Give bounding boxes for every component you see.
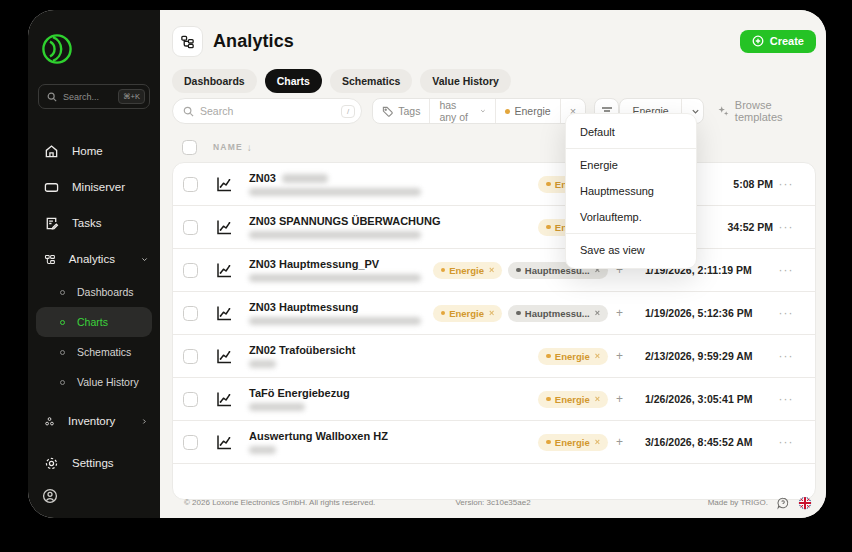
row-checkbox[interactable] bbox=[183, 349, 198, 364]
add-tag-button[interactable]: + bbox=[616, 392, 623, 406]
tags-operator-value: has any of bbox=[439, 99, 474, 123]
sidebar-item-label: Charts bbox=[77, 316, 108, 328]
sort-descending-icon[interactable]: ↓ bbox=[247, 142, 252, 153]
menu-item-vorlauftemp[interactable]: Vorlauftemp. bbox=[566, 204, 696, 230]
add-tag-button[interactable]: + bbox=[616, 349, 623, 363]
tag-pill-energie[interactable]: Energie× bbox=[538, 434, 608, 451]
sidebar-item-value-history[interactable]: Value History bbox=[36, 367, 152, 397]
chevron-right-icon bbox=[141, 417, 148, 426]
row-checkbox[interactable] bbox=[183, 306, 198, 321]
row-more-button[interactable]: ··· bbox=[773, 435, 799, 449]
row-checkbox[interactable] bbox=[183, 220, 198, 235]
sidebar-item-label: Value History bbox=[77, 376, 139, 388]
sidebar-search-input[interactable]: Search... ⌘+K bbox=[38, 84, 150, 109]
sidebar-item-label: Tasks bbox=[72, 217, 101, 229]
tag-pill-energie[interactable]: Energie× bbox=[538, 391, 608, 408]
table-row[interactable]: ZN03 Hauptmessung Energie×Hauptmessu...×… bbox=[173, 292, 815, 335]
tags-filter-field[interactable]: Tags bbox=[373, 99, 430, 123]
search-input[interactable] bbox=[200, 105, 335, 117]
select-all-checkbox[interactable] bbox=[182, 140, 197, 155]
tab-schematics[interactable]: Schematics bbox=[330, 69, 412, 93]
table-row[interactable]: ZN02 Trafoübersicht Energie×+ 2/13/2026,… bbox=[173, 335, 815, 378]
row-title: ZN03 Hauptmessung_PV bbox=[249, 258, 379, 270]
menu-item-save-as-view[interactable]: Save as view bbox=[566, 237, 696, 263]
row-more-button[interactable]: ··· bbox=[773, 220, 799, 234]
line-chart-icon bbox=[214, 174, 234, 194]
sidebar-item-charts[interactable]: Charts bbox=[36, 307, 152, 337]
row-more-button[interactable]: ··· bbox=[773, 306, 799, 320]
remove-tag-icon[interactable]: × bbox=[595, 351, 600, 361]
row-modified-date: 1/19/2026, 5:12:36 PM bbox=[623, 307, 773, 319]
sidebar-item-analytics[interactable]: Analytics bbox=[28, 241, 160, 277]
row-tags: Energie×+ bbox=[538, 348, 623, 365]
view-dropdown-menu: DefaultEnergieHauptmessungVorlauftemp.Sa… bbox=[565, 113, 697, 269]
remove-tag-icon[interactable]: × bbox=[489, 308, 494, 318]
table-row[interactable]: TaFö Energiebezug Energie×+ 1/26/2026, 3… bbox=[173, 378, 815, 421]
sidebar-item-dashboards[interactable]: Dashboards bbox=[36, 277, 152, 307]
remove-tag-icon[interactable]: × bbox=[595, 308, 600, 318]
help-chat-icon[interactable] bbox=[776, 496, 790, 510]
column-header-name[interactable]: NAME ↓ bbox=[213, 142, 252, 153]
remove-tag-icon[interactable]: × bbox=[595, 394, 600, 404]
row-checkbox[interactable] bbox=[183, 263, 198, 278]
table-header: NAME ↓ MODIFIED bbox=[172, 132, 816, 162]
footer: © 2026 Loxone Electronics GmbH. All righ… bbox=[160, 487, 826, 518]
tags-operator-select[interactable]: has any of bbox=[430, 99, 495, 123]
page-header: Analytics Create bbox=[172, 25, 816, 57]
row-tags: Energie×Hauptmessu...×+ bbox=[433, 305, 623, 322]
uk-flag-icon[interactable] bbox=[798, 496, 812, 510]
sidebar-item-inventory[interactable]: Inventory bbox=[28, 403, 160, 439]
tag-pill-hauptmessung[interactable]: Hauptmessu...× bbox=[508, 305, 608, 322]
menu-item-energie[interactable]: Energie bbox=[566, 152, 696, 178]
tags-filter-value[interactable]: Energie bbox=[496, 99, 561, 123]
line-chart-icon bbox=[214, 389, 234, 409]
tab-charts[interactable]: Charts bbox=[265, 69, 322, 93]
row-more-button[interactable]: ··· bbox=[773, 349, 799, 363]
remove-tag-icon[interactable]: × bbox=[489, 265, 494, 275]
row-title: ZN03 bbox=[249, 172, 276, 184]
tag-pill-energie[interactable]: Energie× bbox=[433, 305, 503, 322]
table-row[interactable]: ZN03 Hauptmessung_PV Energie×Hauptmessu.… bbox=[173, 249, 815, 292]
row-checkbox[interactable] bbox=[183, 392, 198, 407]
menu-item-hauptmessung[interactable]: Hauptmessung bbox=[566, 178, 696, 204]
sidebar-item-settings[interactable]: Settings bbox=[28, 445, 160, 481]
table-search[interactable]: / bbox=[172, 98, 362, 124]
remove-tag-icon[interactable]: × bbox=[595, 437, 600, 447]
sidebar-item-miniserver[interactable]: Miniserver bbox=[28, 169, 160, 205]
redacted-subtitle-text bbox=[249, 188, 421, 196]
row-more-button[interactable]: ··· bbox=[773, 392, 799, 406]
row-more-button[interactable]: ··· bbox=[773, 263, 799, 277]
tab-value-history[interactable]: Value History bbox=[420, 69, 511, 93]
plus-circle-icon bbox=[752, 35, 764, 47]
account-button[interactable] bbox=[42, 488, 58, 504]
loxone-logo-icon[interactable] bbox=[40, 32, 160, 66]
table-row[interactable]: Auswertung Wallboxen HZ Energie×+ 3/16/2… bbox=[173, 421, 815, 464]
table-row[interactable]: ZN03 Energie×+ 5:08 PM ··· bbox=[173, 163, 815, 206]
tab-bar: Dashboards Charts Schematics Value Histo… bbox=[172, 69, 816, 93]
row-checkbox[interactable] bbox=[183, 435, 198, 450]
tab-dashboards[interactable]: Dashboards bbox=[172, 69, 257, 93]
tags-value-label: Energie bbox=[515, 105, 551, 117]
tag-pill-energie[interactable]: Energie× bbox=[433, 262, 503, 279]
browse-templates-label: Browse templates bbox=[735, 99, 816, 123]
sidebar-item-schematics[interactable]: Schematics bbox=[36, 337, 152, 367]
add-tag-button[interactable]: + bbox=[616, 435, 623, 449]
create-button-label: Create bbox=[770, 35, 804, 47]
menu-item-default[interactable]: Default bbox=[566, 119, 696, 145]
table-row[interactable]: ZN03 SPANNUNGS ÜBERWACHUNG Energie×+ 34:… bbox=[173, 206, 815, 249]
redacted-title-text bbox=[282, 174, 328, 183]
row-more-button[interactable]: ··· bbox=[773, 177, 799, 191]
browse-templates-button[interactable]: Browse templates bbox=[718, 99, 816, 123]
add-tag-button[interactable]: + bbox=[616, 306, 623, 320]
sidebar-item-label: Settings bbox=[72, 457, 114, 469]
bullet-icon bbox=[60, 350, 65, 355]
sidebar-item-home[interactable]: Home bbox=[28, 133, 160, 169]
sidebar-item-label: Dashboards bbox=[77, 286, 134, 298]
analytics-icon bbox=[44, 252, 56, 267]
copyright-text: © 2026 Loxone Electronics GmbH. All righ… bbox=[184, 498, 375, 507]
row-checkbox[interactable] bbox=[183, 177, 198, 192]
tag-pill-energie[interactable]: Energie× bbox=[538, 348, 608, 365]
sidebar-item-tasks[interactable]: Tasks bbox=[28, 205, 160, 241]
create-button[interactable]: Create bbox=[740, 30, 816, 53]
tag-color-dot bbox=[505, 109, 510, 114]
